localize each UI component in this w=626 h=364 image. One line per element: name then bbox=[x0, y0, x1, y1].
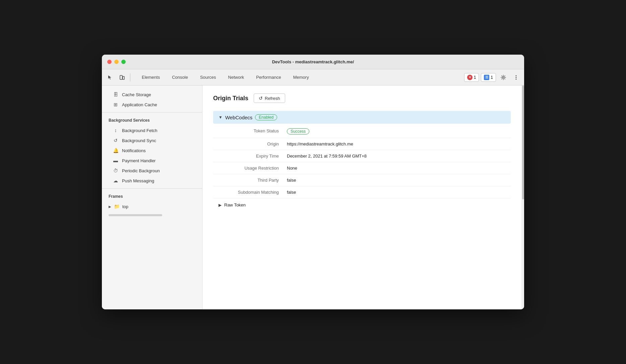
frame-arrow-icon: ▶ bbox=[109, 205, 111, 208]
toolbar-divider bbox=[130, 73, 130, 81]
application-cache-icon: ⊞ bbox=[113, 102, 119, 107]
svg-point-5 bbox=[516, 78, 517, 79]
content-scrollbar[interactable] bbox=[521, 85, 524, 309]
maximize-button[interactable] bbox=[121, 60, 126, 64]
tab-sources[interactable]: Sources bbox=[194, 73, 222, 82]
refresh-icon: ↺ bbox=[259, 96, 263, 101]
close-button[interactable] bbox=[107, 60, 112, 64]
tab-console[interactable]: Console bbox=[166, 73, 194, 82]
expiry-row: Expiry Time December 2, 2021 at 7:59:59 … bbox=[213, 150, 511, 162]
third-party-value: false bbox=[287, 174, 511, 186]
third-party-label: Third Party bbox=[213, 174, 287, 186]
toolbar-tabs: Elements Console Sources Network Perform… bbox=[136, 73, 315, 82]
sidebar-item-background-fetch[interactable]: ↕ Background Fetch bbox=[102, 125, 202, 135]
message-badge-button[interactable]: ☰ 1 bbox=[481, 73, 496, 82]
background-services-header: Background Services bbox=[102, 115, 202, 125]
sidebar-item-cache-storage[interactable]: 🗄 Cache Storage bbox=[102, 89, 202, 100]
expiry-value: December 2, 2021 at 7:59:59 AM GMT+8 bbox=[287, 150, 511, 162]
devtools-window: DevTools - mediastreamtrack.glitch.me/ E… bbox=[102, 55, 524, 309]
sidebar-scrollbar[interactable] bbox=[109, 214, 162, 216]
sidebar-item-background-sync[interactable]: ↺ Background Sync bbox=[102, 135, 202, 145]
sidebar-item-payment-handler[interactable]: ▬ Payment Handler bbox=[102, 156, 202, 166]
sidebar-label-notifications: Notifications bbox=[122, 148, 146, 153]
message-icon: ☰ bbox=[484, 75, 489, 80]
svg-rect-0 bbox=[120, 75, 122, 79]
tab-performance[interactable]: Performance bbox=[250, 73, 287, 82]
background-fetch-icon: ↕ bbox=[113, 128, 119, 133]
origin-label: Origin bbox=[213, 138, 287, 150]
window-title: DevTools - mediastreamtrack.glitch.me/ bbox=[272, 59, 354, 64]
sidebar-item-top-frame[interactable]: ▶ 📁 top bbox=[102, 201, 202, 211]
settings-button[interactable] bbox=[498, 72, 509, 83]
sidebar-label-push-messaging: Push Messaging bbox=[122, 178, 154, 183]
toolbar-right: ✕ 1 ☰ 1 bbox=[464, 72, 521, 83]
error-badge-button[interactable]: ✕ 1 bbox=[464, 73, 479, 82]
origin-row: Origin https://mediastreamtrack.glitch.m… bbox=[213, 138, 511, 150]
cursor-tool-button[interactable] bbox=[105, 72, 115, 83]
success-badge: Success bbox=[287, 128, 309, 134]
more-button[interactable] bbox=[511, 72, 521, 83]
sidebar: 🗄 Cache Storage ⊞ Application Cache Back… bbox=[102, 85, 202, 309]
content-area: Origin Trials ↺ Refresh ▼ WebCodecs Enab… bbox=[202, 85, 521, 309]
frames-header: Frames bbox=[102, 191, 202, 201]
sidebar-label-background-fetch: Background Fetch bbox=[122, 128, 158, 133]
sidebar-divider-2 bbox=[102, 188, 202, 189]
third-party-row: Third Party false bbox=[213, 174, 511, 186]
token-status-label: Token Status bbox=[213, 125, 287, 138]
push-messaging-icon: ☁ bbox=[113, 178, 119, 183]
tab-elements[interactable]: Elements bbox=[136, 73, 166, 82]
svg-point-2 bbox=[503, 76, 504, 78]
frame-folder-icon: 📁 bbox=[114, 204, 120, 209]
sidebar-item-application-cache[interactable]: ⊞ Application Cache bbox=[102, 100, 202, 110]
trial-details-table: Token Status Success Origin https://medi… bbox=[213, 125, 511, 198]
raw-token-expand-icon: ▶ bbox=[218, 203, 222, 207]
periodic-background-icon: ⏱ bbox=[113, 168, 119, 173]
cache-storage-icon: 🗄 bbox=[113, 92, 119, 97]
usage-value: None bbox=[287, 162, 511, 174]
main-content: 🗄 Cache Storage ⊞ Application Cache Back… bbox=[102, 85, 524, 309]
gear-icon bbox=[501, 75, 506, 80]
error-count: 1 bbox=[474, 75, 476, 80]
token-status-row: Token Status Success bbox=[213, 125, 511, 138]
sidebar-item-periodic-background[interactable]: ⏱ Periodic Backgroun bbox=[102, 166, 202, 176]
sidebar-item-label-app-cache: Application Cache bbox=[122, 102, 157, 107]
enabled-badge: Enabled bbox=[255, 114, 277, 120]
sidebar-divider-1 bbox=[102, 112, 202, 113]
refresh-button[interactable]: ↺ Refresh bbox=[254, 94, 285, 103]
raw-token-label: Raw Token bbox=[224, 202, 246, 207]
sidebar-label-payment-handler: Payment Handler bbox=[122, 158, 155, 163]
svg-point-4 bbox=[516, 77, 517, 78]
scrollbar-thumb[interactable] bbox=[522, 85, 524, 199]
payment-handler-icon: ▬ bbox=[113, 158, 119, 163]
usage-row: Usage Restriction None bbox=[213, 162, 511, 174]
trial-expand-icon: ▼ bbox=[218, 115, 223, 120]
svg-point-3 bbox=[516, 75, 517, 76]
frame-top-label: top bbox=[122, 204, 128, 209]
device-icon bbox=[119, 75, 125, 80]
sidebar-label-background-sync: Background Sync bbox=[122, 138, 156, 143]
raw-token-row[interactable]: ▶ Raw Token bbox=[213, 198, 511, 211]
token-status-value: Success bbox=[287, 125, 511, 138]
trial-row[interactable]: ▼ WebCodecs Enabled bbox=[213, 111, 511, 124]
sidebar-item-label-cache-storage: Cache Storage bbox=[122, 92, 151, 97]
minimize-button[interactable] bbox=[114, 60, 119, 64]
titlebar: DevTools - mediastreamtrack.glitch.me/ bbox=[102, 55, 524, 69]
tab-memory[interactable]: Memory bbox=[287, 73, 315, 82]
background-sync-icon: ↺ bbox=[113, 138, 119, 143]
expiry-label: Expiry Time bbox=[213, 150, 287, 162]
subdomain-value: false bbox=[287, 186, 511, 198]
notifications-icon: 🔔 bbox=[113, 148, 119, 153]
dots-icon bbox=[513, 75, 519, 80]
content-header: Origin Trials ↺ Refresh bbox=[213, 94, 511, 103]
sidebar-item-notifications[interactable]: 🔔 Notifications bbox=[102, 145, 202, 156]
tab-network[interactable]: Network bbox=[222, 73, 250, 82]
cursor-icon bbox=[107, 75, 113, 80]
sidebar-item-push-messaging[interactable]: ☁ Push Messaging bbox=[102, 176, 202, 186]
device-toggle-button[interactable] bbox=[117, 72, 127, 83]
subdomain-row: Subdomain Matching false bbox=[213, 186, 511, 198]
message-count: 1 bbox=[491, 75, 493, 80]
svg-rect-1 bbox=[123, 76, 124, 79]
sidebar-label-periodic-background: Periodic Backgroun bbox=[122, 168, 160, 173]
traffic-lights bbox=[107, 60, 126, 64]
refresh-label: Refresh bbox=[265, 96, 280, 101]
